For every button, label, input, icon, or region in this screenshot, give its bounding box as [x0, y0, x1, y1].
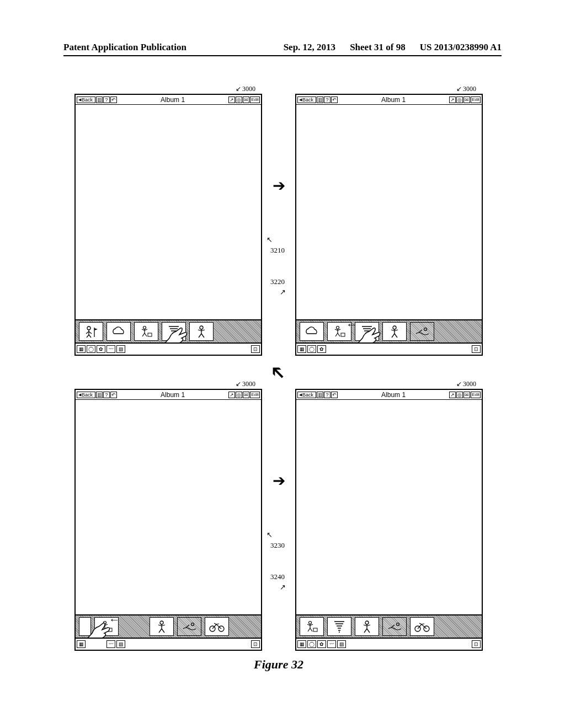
gear-icon[interactable]: ✿ [97, 345, 105, 353]
thumb-person[interactable] [382, 322, 407, 341]
expand-icon[interactable]: ⊡ [472, 640, 481, 648]
thumb-bike[interactable] [205, 617, 229, 636]
mail-icon[interactable]: ✉ [243, 97, 249, 103]
expand-icon[interactable]: ⊡ [472, 345, 481, 353]
thumb-swimmer[interactable] [382, 617, 407, 636]
globe-icon[interactable]: ◯ [307, 345, 316, 353]
help-icon[interactable]: ? [324, 392, 331, 398]
person-icon [156, 620, 168, 633]
wave-icon[interactable]: 〰 [106, 640, 115, 648]
undo-icon[interactable]: ↶ [110, 97, 117, 103]
thumbnail-strip[interactable]: ← [296, 319, 482, 344]
thumb-person-flag[interactable] [79, 322, 103, 341]
wave-icon[interactable]: 〰 [327, 640, 336, 648]
export-icon[interactable]: ↗ [449, 97, 456, 103]
tornado-icon [361, 325, 373, 338]
toolbar: Back ▥ ? ↶ Album 1 ↗ ◎ ✉ Edit [76, 95, 261, 105]
thumb-person-sub[interactable] [300, 617, 324, 636]
thumb-partial[interactable] [79, 617, 91, 636]
thumb-cloud[interactable] [300, 322, 324, 341]
export-icon[interactable]: ↗ [449, 392, 456, 398]
svg-line-19 [201, 334, 204, 338]
grid-icon[interactable]: ▦ [77, 640, 86, 648]
columns-icon[interactable]: ▥ [317, 392, 323, 398]
svg-point-27 [393, 326, 396, 329]
svg-line-29 [391, 330, 395, 331]
globe-icon[interactable]: ◯ [307, 640, 316, 648]
svg-line-24 [335, 333, 338, 336]
callout-3220: 3220 [270, 277, 285, 286]
photo-icon[interactable]: ◎ [456, 97, 463, 103]
thumb-tornado[interactable] [327, 617, 351, 636]
help-icon[interactable]: ? [324, 97, 331, 103]
export-icon[interactable]: ↗ [228, 392, 235, 398]
wave-icon[interactable]: 〰 [106, 345, 115, 353]
photo-icon[interactable]: ◎ [236, 97, 242, 103]
back-button[interactable]: Back [77, 392, 95, 398]
thumb-person[interactable] [189, 322, 214, 341]
device-top-right: 3000 Back ▥ ? ↶ Album 1 ↗ ◎ ✉ Edit [295, 94, 483, 356]
thumbnail-strip[interactable]: ← [76, 614, 261, 639]
grid-icon[interactable]: ▦ [297, 640, 306, 648]
export-icon[interactable]: ↗ [228, 97, 235, 103]
mail-icon[interactable]: ✉ [463, 97, 470, 103]
callout-leader: ↖ [266, 235, 273, 244]
thumbnail-strip[interactable] [296, 614, 482, 639]
expand-icon[interactable]: ⊡ [251, 640, 260, 648]
undo-icon[interactable]: ↶ [331, 97, 338, 103]
thumb-cloud[interactable] [106, 322, 131, 341]
expand-icon[interactable]: ⊡ [251, 345, 260, 353]
back-button[interactable]: Back [77, 97, 95, 103]
help-icon[interactable]: ? [103, 97, 110, 103]
thumb-tornado[interactable] [162, 322, 186, 341]
thumb-person[interactable] [355, 617, 379, 636]
grid-icon[interactable]: ▦ [77, 345, 86, 353]
thumb-swimmer[interactable] [177, 617, 201, 636]
svg-line-47 [162, 629, 164, 633]
svg-line-30 [395, 330, 398, 331]
mail-icon[interactable]: ✉ [463, 392, 470, 398]
page-title: Album 1 [381, 391, 406, 399]
back-button[interactable]: Back [297, 392, 316, 398]
undo-icon[interactable]: ↶ [110, 392, 117, 398]
globe-icon[interactable]: ◯ [87, 345, 95, 353]
edit-button[interactable]: Edit [471, 392, 481, 398]
edit-button[interactable]: Edit [250, 392, 260, 398]
svg-line-3 [89, 331, 92, 334]
grid-icon[interactable]: ▦ [297, 345, 306, 353]
thumb-swimmer[interactable] [410, 322, 434, 341]
thumb-person[interactable] [150, 617, 174, 636]
svg-line-17 [201, 330, 205, 331]
photo-icon[interactable]: ◎ [236, 392, 242, 398]
thumb-tornado[interactable] [355, 322, 379, 341]
mail-icon[interactable]: ✉ [243, 392, 249, 398]
columns-icon[interactable]: ▥ [96, 97, 103, 103]
center-arrow: ➔ [262, 356, 295, 389]
gear-icon[interactable]: ✿ [317, 640, 326, 648]
thumbnail-strip[interactable] [76, 319, 261, 344]
help-icon[interactable]: ? [103, 392, 110, 398]
undo-icon[interactable]: ↶ [331, 392, 338, 398]
canvas[interactable] [296, 400, 482, 614]
columns-icon[interactable]: ▥ [317, 97, 323, 103]
photo-icon[interactable]: ◎ [456, 392, 463, 398]
canvas[interactable] [296, 105, 482, 319]
thumb-person-sub[interactable] [134, 322, 158, 341]
puzzle-icon[interactable]: ▨ [337, 640, 346, 648]
edit-button[interactable]: Edit [471, 97, 481, 103]
bike-icon [414, 621, 430, 632]
thumb-bike[interactable] [410, 617, 434, 636]
puzzle-icon[interactable]: ▨ [116, 345, 125, 353]
callout-leader: ↗ [280, 288, 286, 297]
gear-icon[interactable]: ✿ [317, 345, 326, 353]
canvas[interactable] [76, 400, 261, 614]
columns-icon[interactable]: ▥ [96, 392, 103, 398]
svg-rect-13 [148, 333, 152, 336]
canvas[interactable] [76, 105, 261, 319]
person-sub-icon [305, 620, 319, 633]
person-icon [361, 620, 373, 633]
puzzle-icon[interactable]: ▨ [116, 640, 125, 648]
svg-point-59 [365, 621, 369, 624]
back-button[interactable]: Back [297, 97, 316, 103]
edit-button[interactable]: Edit [250, 97, 260, 103]
